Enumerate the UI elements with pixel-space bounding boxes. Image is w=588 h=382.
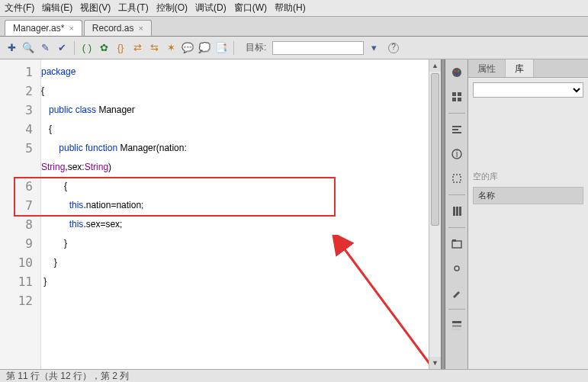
search-icon[interactable]: 🔍 <box>21 41 35 55</box>
info-icon[interactable]: i <box>448 146 465 162</box>
uncomment-icon[interactable]: 💭 <box>198 41 211 55</box>
vertical-scrollbar[interactable]: ▲ ▼ <box>429 59 441 369</box>
link-icon[interactable] <box>448 260 465 277</box>
svg-rect-14 <box>453 175 461 182</box>
tab-manager[interactable]: Manager.as* × <box>5 20 82 36</box>
menu-view[interactable]: 视图(V) <box>80 2 111 14</box>
brace3-icon[interactable]: ⇆ <box>147 41 161 55</box>
svg-rect-9 <box>452 126 461 127</box>
dropdown-icon[interactable]: ▾ <box>367 41 381 55</box>
brush-icon[interactable] <box>448 284 465 301</box>
svg-rect-8 <box>458 98 461 101</box>
scroll-up-icon[interactable]: ▲ <box>429 59 441 72</box>
code-text: .nation=nation; <box>83 200 143 210</box>
project-icon[interactable] <box>448 236 465 252</box>
swatches-icon[interactable] <box>448 88 465 105</box>
file-tabs: Manager.as* × Record.as × <box>0 17 588 37</box>
svg-rect-20 <box>452 321 461 323</box>
keyword: this <box>69 200 84 210</box>
help-icon[interactable] <box>388 43 399 53</box>
transform-icon[interactable] <box>448 170 465 187</box>
menu-help[interactable]: 帮助(H) <box>275 2 306 14</box>
panel-tabs: 属性 库 <box>468 59 588 78</box>
separator <box>448 227 465 228</box>
scroll-thumb[interactable] <box>431 73 439 226</box>
keyword: public class <box>49 104 96 115</box>
svg-point-2 <box>454 70 455 72</box>
svg-rect-16 <box>456 207 458 216</box>
type: String <box>41 162 65 172</box>
cursor-position: 第 11 行（共 12 行），第 2 列 <box>6 370 129 383</box>
code-line: } <box>43 276 47 287</box>
svg-rect-10 <box>452 129 458 130</box>
svg-text:i: i <box>455 149 458 159</box>
brace1-icon[interactable]: {} <box>114 41 127 55</box>
line-num: 4 <box>0 120 40 139</box>
empty-library-label: 空的库 <box>473 171 583 182</box>
svg-rect-11 <box>452 132 461 133</box>
code-editor[interactable]: 1 2 3 4 5 6 7 8 9 10 11 12 package { pub… <box>0 59 441 369</box>
menu-tools[interactable]: 工具(T) <box>118 2 148 14</box>
code-line: { <box>49 124 52 134</box>
code-line: } <box>54 257 57 268</box>
tab-record[interactable]: Record.as × <box>84 20 152 36</box>
target-input[interactable] <box>272 41 364 55</box>
svg-rect-17 <box>459 207 461 216</box>
paren-icon[interactable]: ( ) <box>80 41 94 55</box>
menu-window[interactable]: 窗口(W) <box>234 2 267 14</box>
separator <box>448 113 465 114</box>
column-header-name[interactable]: 名称 <box>473 187 583 204</box>
separator <box>448 194 465 195</box>
close-icon[interactable]: × <box>139 24 143 33</box>
menu-control[interactable]: 控制(O) <box>156 2 188 14</box>
line-num: 5 <box>0 139 40 158</box>
line-num <box>0 158 40 177</box>
tab-properties[interactable]: 属性 <box>468 59 506 77</box>
comment-icon[interactable]: 💬 <box>181 41 194 55</box>
line-num: 10 <box>0 253 40 272</box>
brace4-icon[interactable]: ✶ <box>164 41 178 55</box>
separator <box>233 41 234 55</box>
align-icon[interactable] <box>448 121 465 138</box>
scroll-down-icon[interactable]: ▼ <box>429 357 441 369</box>
fn-name: Manager <box>117 143 156 153</box>
svg-rect-21 <box>452 325 461 327</box>
library-icon[interactable] <box>448 203 465 220</box>
svg-rect-18 <box>452 241 461 248</box>
right-panel: 属性 库 空的库 名称 <box>468 59 588 369</box>
history-icon[interactable] <box>448 317 465 334</box>
line-num: 11 <box>0 272 40 291</box>
target-label: 目标: <box>246 41 266 54</box>
code-text: (nation: <box>156 143 187 153</box>
brace2-icon[interactable]: ⇄ <box>130 41 144 55</box>
code-area[interactable]: package { public class Manager { public … <box>41 59 429 369</box>
close-icon[interactable]: × <box>69 24 73 33</box>
code-line: { <box>41 82 429 101</box>
separator <box>74 41 75 55</box>
menu-file[interactable]: 文件(F) <box>5 2 34 14</box>
line-num: 12 <box>0 291 40 310</box>
menu-edit[interactable]: 编辑(E) <box>42 2 72 14</box>
code-line: } <box>64 238 67 249</box>
svg-rect-15 <box>453 207 455 216</box>
line-num: 9 <box>0 234 40 253</box>
code-text: .sex=sex; <box>83 219 122 230</box>
bookmark-icon[interactable]: 📑 <box>214 41 228 55</box>
add-icon[interactable]: ✚ <box>5 41 18 55</box>
line-gutter: 1 2 3 4 5 6 7 8 9 10 11 12 <box>0 59 41 369</box>
wand-icon[interactable]: ✎ <box>38 41 52 55</box>
menu-debug[interactable]: 调试(D) <box>195 2 227 14</box>
code-text: ) <box>108 162 111 172</box>
library-select[interactable] <box>473 82 583 98</box>
tab-library[interactable]: 库 <box>506 59 534 77</box>
code-line: { <box>64 181 67 191</box>
code-text: ,sex: <box>65 162 84 172</box>
menu-bar: 文件(F) 编辑(E) 视图(V) 工具(T) 控制(O) 调试(D) 窗口(W… <box>0 0 588 17</box>
tool-strip: i <box>445 59 468 369</box>
tag-icon[interactable]: ✿ <box>97 41 111 55</box>
svg-point-1 <box>452 68 461 77</box>
palette-icon[interactable] <box>448 64 465 81</box>
check-icon[interactable]: ✔ <box>55 41 69 55</box>
line-num: 6 <box>0 177 40 196</box>
svg-rect-19 <box>452 239 456 242</box>
